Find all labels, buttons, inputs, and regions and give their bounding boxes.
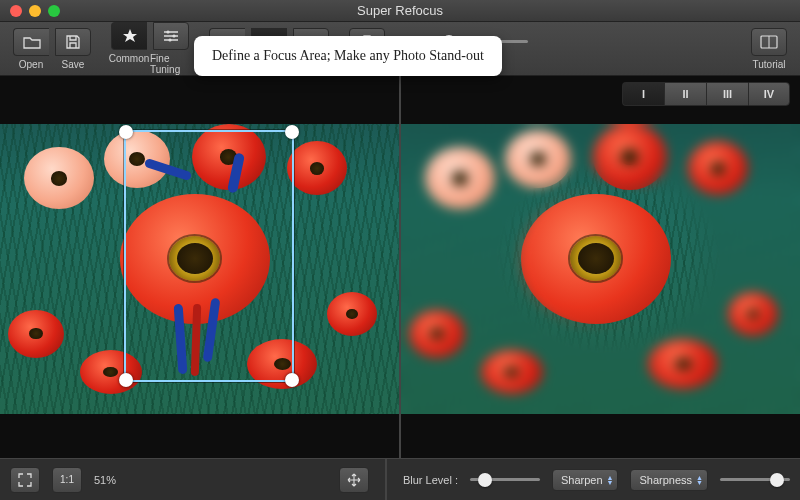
sharpen-select[interactable]: Sharpen ▲▼	[552, 469, 619, 491]
common-label: Common	[109, 53, 150, 64]
svg-point-1	[172, 34, 175, 37]
minimize-window-button[interactable]	[29, 5, 41, 17]
view-mode-2[interactable]: II	[664, 82, 706, 106]
save-button[interactable]: Save	[52, 28, 94, 70]
window-titlebar: Super Refocus	[0, 0, 800, 22]
blur-level-slider[interactable]	[470, 470, 540, 490]
view-mode-3[interactable]: III	[706, 82, 748, 106]
open-label: Open	[19, 59, 43, 70]
actual-size-button[interactable]: 1:1	[52, 467, 82, 493]
close-window-button[interactable]	[10, 5, 22, 17]
selection-handle-br[interactable]	[285, 373, 299, 387]
pan-button[interactable]	[339, 467, 369, 493]
fine-tuning-button[interactable]: Fine Tuning	[150, 22, 192, 75]
focus-area-selection[interactable]	[124, 130, 294, 382]
selection-handle-tr[interactable]	[285, 125, 299, 139]
selection-handle-bl[interactable]	[119, 373, 133, 387]
zoom-window-button[interactable]	[48, 5, 60, 17]
sharpness-slider[interactable]	[720, 470, 790, 490]
fine-tuning-label: Fine Tuning	[150, 53, 192, 75]
hint-tooltip: Define a Focus Area; Make any Photo Stan…	[194, 36, 502, 76]
bottom-bar: 1:1 51% Blur Level : Sharpen ▲▼ Sharpnes…	[0, 458, 800, 500]
common-mode-button[interactable]: Common	[108, 22, 150, 64]
sharpness-select[interactable]: Sharpness ▲▼	[630, 469, 708, 491]
sharpen-value: Sharpen	[561, 474, 603, 486]
chevron-updown-icon: ▲▼	[607, 475, 614, 485]
source-pane	[0, 76, 401, 458]
source-image[interactable]	[0, 124, 399, 414]
preview-pane: I II III IV	[401, 76, 800, 458]
sharpness-value: Sharpness	[639, 474, 692, 486]
view-mode-1[interactable]: I	[622, 82, 664, 106]
fullscreen-button[interactable]	[10, 467, 40, 493]
view-mode-segmented: I II III IV	[622, 82, 790, 106]
view-mode-4[interactable]: IV	[748, 82, 790, 106]
tutorial-button[interactable]: Tutorial	[748, 28, 790, 70]
svg-point-0	[166, 30, 169, 33]
save-label: Save	[62, 59, 85, 70]
workspace: I II III IV Define a Focus Area; Make an…	[0, 76, 800, 458]
chevron-updown-icon: ▲▼	[696, 475, 703, 485]
svg-point-2	[168, 38, 171, 41]
actual-size-label: 1:1	[60, 474, 74, 485]
blur-level-label: Blur Level :	[403, 474, 458, 486]
open-button[interactable]: Open	[10, 28, 52, 70]
window-title: Super Refocus	[0, 3, 800, 18]
selection-handle-tl[interactable]	[119, 125, 133, 139]
tutorial-label: Tutorial	[753, 59, 786, 70]
preview-image	[401, 124, 800, 414]
zoom-level: 51%	[94, 474, 116, 486]
